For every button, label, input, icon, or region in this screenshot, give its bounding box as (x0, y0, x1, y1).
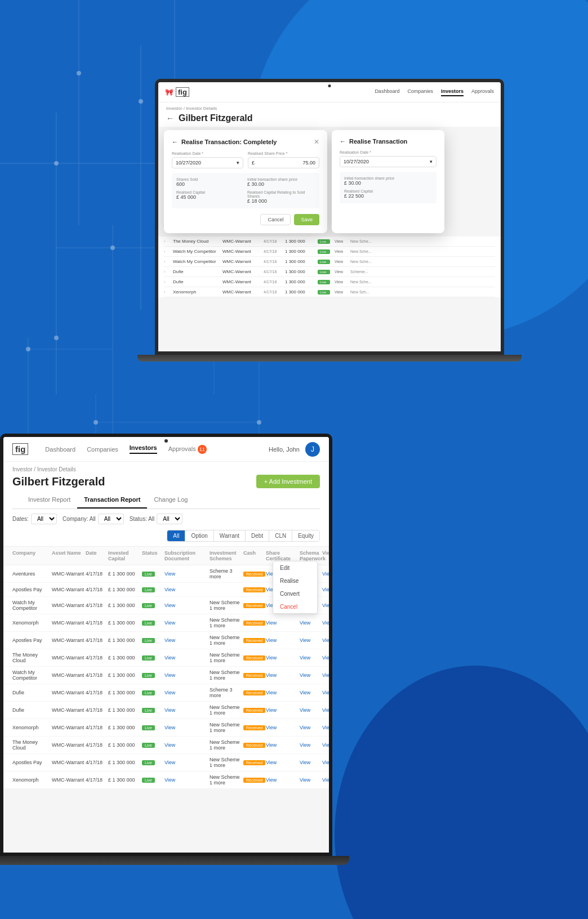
type-warrant-button[interactable]: Warrant (214, 530, 246, 541)
sub-doc-view[interactable]: View (164, 672, 210, 678)
sub-doc-view[interactable]: View (164, 603, 210, 608)
cash-view[interactable]: View (266, 707, 300, 713)
view-link[interactable]: View (335, 239, 346, 243)
sub-doc-view[interactable]: View (164, 637, 210, 643)
schema-view[interactable]: View (322, 587, 329, 592)
cash-view[interactable]: View (266, 620, 300, 626)
schema-view[interactable]: View (322, 725, 329, 730)
sub-doc-view[interactable]: View (164, 777, 210, 783)
cert-view[interactable]: View (300, 655, 322, 661)
schema-view[interactable]: View (322, 742, 329, 748)
cert-view[interactable]: View (300, 707, 322, 713)
tab-change-log[interactable]: Change Log (147, 492, 194, 508)
cert-view[interactable]: View (300, 760, 322, 765)
cert-view[interactable]: View (300, 777, 322, 783)
sub-doc-view[interactable]: View (164, 760, 210, 765)
schema-view[interactable]: View (322, 620, 329, 626)
schema-view[interactable]: View (322, 707, 329, 713)
modal2-initial-label: Initial transaction share price (344, 176, 432, 180)
cash-view[interactable]: View (266, 690, 300, 695)
view-link[interactable]: View (335, 280, 346, 284)
status-badge: Live (318, 290, 330, 295)
sub-doc-view[interactable]: View (164, 587, 210, 592)
status-select[interactable]: All (157, 514, 182, 524)
sub-doc-view[interactable]: View (164, 707, 210, 713)
table-row: Xenomorph WMC-Warrant 4/17/18 £ 1 300 00… (3, 719, 329, 737)
user-avatar[interactable]: J (305, 442, 320, 457)
nav-investors-bottom[interactable]: Investors (130, 444, 157, 454)
context-realise[interactable]: Realise (273, 574, 317, 587)
cash-view[interactable]: View (266, 760, 300, 765)
cert-view[interactable]: View (300, 742, 322, 748)
nav-companies[interactable]: Companies (407, 88, 433, 96)
cert-view[interactable]: View (300, 690, 322, 695)
schema-view[interactable]: View (322, 760, 329, 765)
cert-view[interactable]: View (300, 672, 322, 678)
schema-view[interactable]: View (322, 672, 329, 678)
tab-transaction-report[interactable]: Transaction Report (77, 492, 147, 508)
cash-view[interactable]: View (266, 777, 300, 783)
nav-companies-bottom[interactable]: Companies (87, 446, 118, 453)
cancel-button[interactable]: Cancel (260, 214, 291, 225)
nav-dashboard-bottom[interactable]: Dashboard (45, 446, 75, 453)
invested-capital: 1 300 000 (285, 239, 313, 244)
schema-view[interactable]: View (322, 571, 329, 577)
cash-view[interactable]: View (266, 742, 300, 748)
row-capital: £ 1 300 000 (108, 742, 142, 748)
view-link[interactable]: View (335, 270, 346, 274)
status-badge: Live (142, 655, 155, 661)
view-link[interactable]: View (335, 260, 346, 264)
cash-view[interactable]: View (266, 637, 300, 643)
sub-doc-view[interactable]: View (164, 725, 210, 730)
tab-investor-report[interactable]: Investor Report (21, 492, 77, 508)
cash-view[interactable]: View (266, 672, 300, 678)
modal2-date-section: Realisation Date * 10/27/2020 ▾ (340, 150, 436, 167)
schema-view[interactable]: View (322, 637, 329, 643)
nav-dashboard[interactable]: Dashboard (375, 88, 399, 96)
cert-view[interactable]: View (300, 725, 322, 730)
view-link[interactable]: View (335, 290, 346, 294)
type-equity-button[interactable]: Equity (292, 530, 319, 541)
schema-view[interactable]: View (322, 655, 329, 661)
nav-investors[interactable]: Investors (441, 88, 464, 96)
modal2-date-input[interactable]: 10/27/2020 ▾ (340, 156, 436, 167)
realised-share-price-input[interactable]: £ 75.00 (248, 157, 319, 168)
add-investment-button[interactable]: + Add Investment (256, 475, 320, 488)
cash-status: Received (243, 778, 265, 783)
cash-view[interactable]: View (266, 655, 300, 661)
cert-view[interactable]: View (300, 637, 322, 643)
status-badge: Live (318, 270, 330, 274)
view-link[interactable]: View (335, 249, 346, 253)
back-arrow-icon[interactable]: ← (166, 114, 174, 123)
status-badge: Live (142, 603, 155, 608)
schema-view[interactable]: View (322, 777, 329, 783)
type-cln-button[interactable]: CLN (269, 530, 292, 541)
sub-doc-view[interactable]: View (164, 690, 210, 695)
company-select[interactable]: All (98, 514, 124, 524)
schema-view[interactable]: View (322, 690, 329, 695)
initial-transaction-item: Initial transaction share price £ 30.00 (247, 177, 315, 187)
context-cancel[interactable]: Cancel (273, 600, 317, 613)
sub-doc-view[interactable]: View (164, 571, 210, 577)
nav-approvals[interactable]: Approvals (471, 88, 494, 96)
close-icon[interactable]: ✕ (314, 138, 319, 146)
cash-view[interactable]: View (266, 725, 300, 730)
sub-doc-view[interactable]: View (164, 742, 210, 748)
type-option-button[interactable]: Option (185, 530, 213, 541)
context-convert[interactable]: Convert (273, 587, 317, 600)
row-asset: WMC-Warrant (52, 707, 86, 713)
sub-doc-view[interactable]: View (164, 620, 210, 626)
schema-view[interactable]: View (322, 603, 329, 608)
dates-select[interactable]: All (31, 514, 57, 524)
save-button[interactable]: Save (294, 214, 319, 225)
nav-approvals-bottom[interactable]: Approvals 11 (168, 445, 207, 454)
back-icon[interactable]: ← (172, 139, 178, 145)
context-edit[interactable]: Edit (273, 561, 317, 574)
back-icon-2[interactable]: ← (340, 138, 346, 145)
type-debt-button[interactable]: Debt (246, 530, 269, 541)
type-all-button[interactable]: All (167, 530, 185, 541)
realisation-date-input[interactable]: 10/27/2020 ▾ (172, 157, 243, 168)
cert-view[interactable]: View (300, 620, 322, 626)
inv-scheme: New Scheme 1 more (210, 670, 243, 681)
sub-doc-view[interactable]: View (164, 655, 210, 661)
